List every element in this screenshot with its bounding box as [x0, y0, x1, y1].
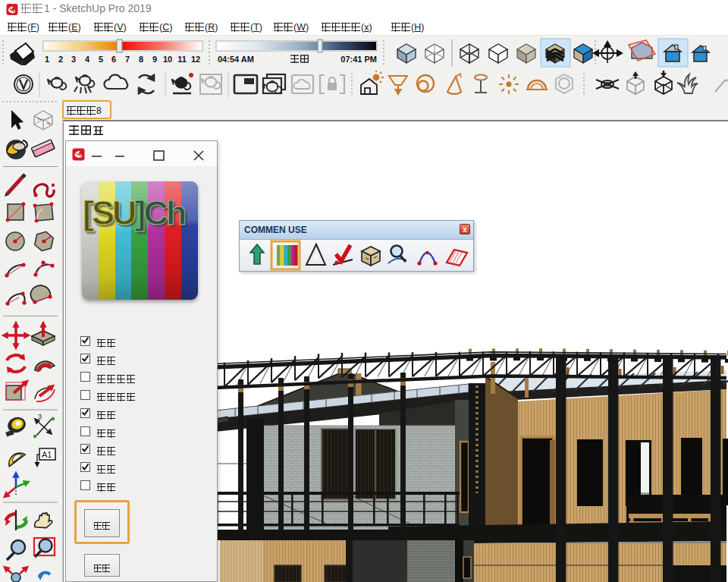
- svg-text:6: 6: [111, 55, 116, 64]
- svg-text:10: 10: [163, 55, 172, 64]
- svg-text:12: 12: [191, 55, 200, 64]
- svg-text:9: 9: [152, 55, 157, 64]
- svg-text:3: 3: [38, 413, 42, 420]
- svg-text:8: 8: [139, 55, 143, 64]
- svg-text:11: 11: [177, 55, 187, 64]
- svg-text:04:54 AM: 04:54 AM: [218, 55, 254, 64]
- svg-text:7: 7: [125, 55, 130, 64]
- svg-text:4: 4: [85, 55, 90, 64]
- svg-text:5: 5: [99, 55, 103, 64]
- svg-text:1: 1: [45, 55, 49, 64]
- svg-text:2: 2: [58, 55, 63, 64]
- svg-text:A1: A1: [42, 450, 52, 459]
- svg-text:3: 3: [71, 55, 76, 64]
- svg-text:07:41 PM: 07:41 PM: [340, 55, 377, 64]
